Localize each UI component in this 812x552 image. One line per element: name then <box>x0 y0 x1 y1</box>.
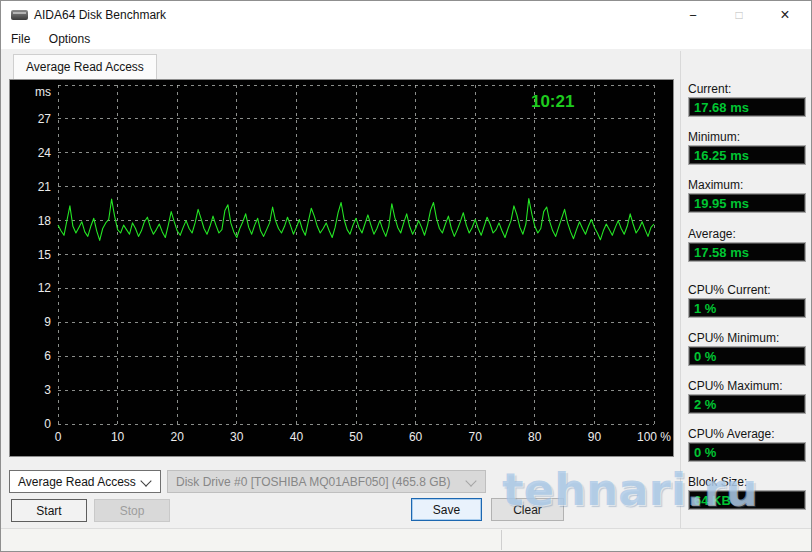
stat-value-cpu-average: 0 % <box>689 445 716 460</box>
stat-group-cpu-current: CPU% Current:1 % <box>688 283 806 318</box>
stat-label-block-size: Block Size: <box>688 475 806 488</box>
disk-drive-value: Disk Drive #0 [TOSHIBA MQ01ABF050] (465.… <box>168 471 485 489</box>
benchmark-chart-panel: ms27242118151296300102030405060708090100… <box>9 79 674 457</box>
x-tick-label: 50 <box>349 430 363 444</box>
x-tick-label: 10 <box>111 430 125 444</box>
stat-box-current: 17.68 ms <box>688 97 806 117</box>
y-tick-label: 9 <box>44 315 51 329</box>
stat-box-maximum: 19.95 ms <box>688 193 806 213</box>
stat-value-average: 17.58 ms <box>689 245 749 260</box>
latency-chart: ms27242118151296300102030405060708090100… <box>10 80 673 456</box>
stat-box-minimum: 16.25 ms <box>688 145 806 165</box>
status-bar-divider <box>501 530 502 550</box>
stat-value-cpu-minimum: 0 % <box>689 349 716 364</box>
benchmark-type-value: Average Read Access <box>10 471 160 489</box>
clear-button[interactable]: Clear <box>491 498 564 521</box>
title-bar: AIDA64 Disk Benchmark − □ × <box>1 1 811 29</box>
close-button[interactable]: × <box>767 1 803 29</box>
stat-value-block-size: 64 KB <box>689 493 731 508</box>
disk-drive-select: Disk Drive #0 [TOSHIBA MQ01ABF050] (465.… <box>167 470 486 493</box>
elapsed-time-label: 10:21 <box>531 92 574 111</box>
minimize-button[interactable]: − <box>675 1 711 29</box>
stat-group-minimum: Minimum:16.25 ms <box>688 130 806 165</box>
stat-group-maximum: Maximum:19.95 ms <box>688 178 806 213</box>
stat-label-cpu-minimum: CPU% Minimum: <box>688 331 806 344</box>
window-title: AIDA64 Disk Benchmark <box>34 8 166 22</box>
menu-file[interactable]: File <box>4 29 37 46</box>
y-tick-label: 27 <box>38 112 52 126</box>
stop-button: Stop <box>94 499 170 522</box>
status-bar <box>1 528 811 552</box>
tab-average-read-access[interactable]: Average Read Access <box>13 54 157 79</box>
y-tick-label: 6 <box>44 349 51 363</box>
stat-group-cpu-minimum: CPU% Minimum:0 % <box>688 331 806 366</box>
y-tick-label: 21 <box>38 180 52 194</box>
y-tick-label: 24 <box>38 146 52 160</box>
stat-label-average: Average: <box>688 227 806 240</box>
x-tick-label: 70 <box>469 430 483 444</box>
stat-group-cpu-average: CPU% Average:0 % <box>688 427 806 462</box>
maximize-button: □ <box>721 1 757 29</box>
x-tick-label: 90 <box>588 430 602 444</box>
stat-value-minimum: 16.25 ms <box>689 148 749 163</box>
y-tick-label: 12 <box>38 281 52 295</box>
stat-box-cpu-current: 1 % <box>688 298 806 318</box>
y-tick-label: 3 <box>44 383 51 397</box>
app-window: AIDA64 Disk Benchmark − □ × File Options… <box>0 0 812 552</box>
start-button[interactable]: Start <box>11 499 87 522</box>
stat-box-average: 17.58 ms <box>688 242 806 262</box>
x-tick-label: 20 <box>171 430 185 444</box>
x-tick-label: 60 <box>409 430 423 444</box>
save-button[interactable]: Save <box>411 498 482 521</box>
y-axis-unit-label: ms <box>35 85 51 99</box>
stat-group-block-size: Block Size:64 KB <box>688 475 806 510</box>
y-tick-label: 0 <box>44 417 51 431</box>
stat-label-maximum: Maximum: <box>688 178 806 191</box>
stat-label-cpu-maximum: CPU% Maximum: <box>688 379 806 392</box>
x-tick-label: 30 <box>230 430 244 444</box>
y-tick-label: 15 <box>38 248 52 262</box>
menu-bar: File Options <box>1 29 811 49</box>
x-tick-label: 40 <box>290 430 304 444</box>
stat-box-cpu-average: 0 % <box>688 442 806 462</box>
stat-value-current: 17.68 ms <box>689 100 749 115</box>
stat-label-cpu-current: CPU% Current: <box>688 283 806 296</box>
stat-label-current: Current: <box>688 82 806 95</box>
stat-label-cpu-average: CPU% Average: <box>688 427 806 440</box>
stat-group-current: Current:17.68 ms <box>688 82 806 117</box>
x-tick-label: 0 <box>55 430 62 444</box>
y-tick-label: 18 <box>38 214 52 228</box>
stat-box-block-size: 64 KB <box>688 490 806 510</box>
app-icon <box>11 10 28 20</box>
stat-box-cpu-maximum: 2 % <box>688 394 806 414</box>
menu-options[interactable]: Options <box>42 29 97 46</box>
stat-label-minimum: Minimum: <box>688 130 806 143</box>
stat-value-cpu-current: 1 % <box>689 301 716 316</box>
stat-group-average: Average:17.58 ms <box>688 227 806 262</box>
stat-box-cpu-minimum: 0 % <box>688 346 806 366</box>
panel-divider <box>680 51 681 528</box>
x-tick-label: 100 % <box>637 430 671 444</box>
stat-value-cpu-maximum: 2 % <box>689 397 716 412</box>
x-tick-label: 80 <box>528 430 542 444</box>
stat-value-maximum: 19.95 ms <box>689 196 749 211</box>
benchmark-type-select[interactable]: Average Read Access <box>9 470 161 493</box>
stat-group-cpu-maximum: CPU% Maximum:2 % <box>688 379 806 414</box>
